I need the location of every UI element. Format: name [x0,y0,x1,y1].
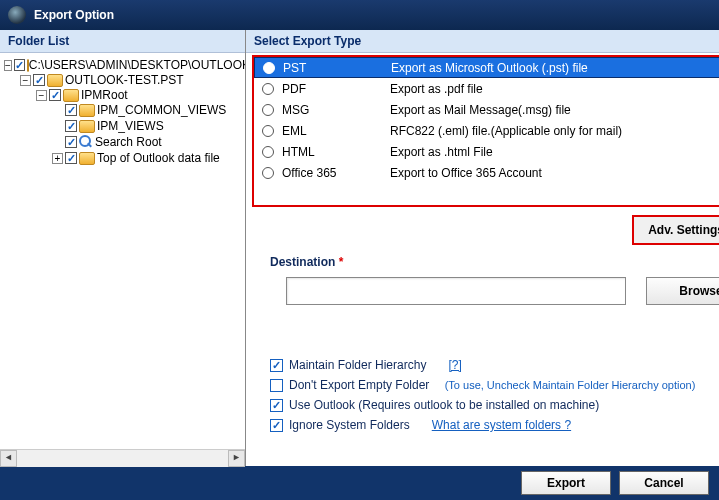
adv-settings-button[interactable]: Adv. Settings... [632,215,719,245]
format-code: MSG [282,103,382,117]
expander-icon[interactable]: − [36,90,47,101]
folder-list-header: Folder List [0,30,245,53]
radio-button[interactable] [262,167,274,179]
format-description: RFC822 (.eml) file.(Applicable only for … [390,124,622,138]
checkbox[interactable] [65,120,77,132]
format-description: Export as .pdf file [390,82,483,96]
tree-label: IPM_COMMON_VIEWS [97,103,226,117]
search-icon [79,135,93,149]
export-button[interactable]: Export [521,471,611,495]
titlebar: Export Option [0,0,719,30]
export-format-row[interactable]: PDFExport as .pdf file [254,78,719,99]
folder-icon [47,74,63,87]
format-code: PST [283,61,383,75]
folder-icon [63,89,79,102]
destination-input[interactable] [286,277,626,305]
window-title: Export Option [34,8,114,22]
tree-node-search[interactable]: Search Root [52,135,243,149]
use-outlook-label: Use Outlook (Requires outlook to be inst… [289,398,599,412]
checkbox[interactable] [33,74,45,86]
maintain-hierarchy-checkbox[interactable] [270,359,283,372]
tree-node-views[interactable]: IPM_VIEWS [52,119,243,133]
folder-list-panel: Folder List − C:\USERS\ADMIN\DESKTOP\OUT… [0,30,246,466]
radio-button[interactable] [263,62,275,74]
export-format-row[interactable]: Office 365Export to Office 365 Account [254,162,719,183]
folder-tree[interactable]: − C:\USERS\ADMIN\DESKTOP\OUTLOOK-TEST.PS… [0,53,245,449]
checkbox[interactable] [65,104,77,116]
tree-label: Top of Outlook data file [97,151,220,165]
tree-label: OUTLOOK-TEST.PST [65,73,184,87]
radio-button[interactable] [262,146,274,158]
tree-node-root[interactable]: − C:\USERS\ADMIN\DESKTOP\OUTLOOK-TEST.PS… [4,58,243,72]
dont-export-empty-checkbox[interactable] [270,379,283,392]
horizontal-scrollbar[interactable]: ◄ ► [0,449,245,466]
dont-export-hint: (To use, Uncheck Maintain Folder Hierarc… [445,379,696,391]
format-code: HTML [282,145,382,159]
tree-label: Search Root [95,135,162,149]
cancel-button[interactable]: Cancel [619,471,709,495]
app-icon [8,6,26,24]
folder-icon [79,120,95,133]
export-options: Maintain Folder Hierarchy [?] Don't Expo… [246,355,719,435]
checkbox[interactable] [65,152,77,164]
expander-icon[interactable]: − [20,75,31,86]
export-type-header: Select Export Type [246,30,719,53]
tree-node-pst[interactable]: − OUTLOOK-TEST.PST [20,73,243,87]
radio-button[interactable] [262,104,274,116]
folder-icon [79,152,95,165]
export-format-row[interactable]: PSTExport as Microsoft Outlook (.pst) fi… [254,57,719,78]
ignore-system-checkbox[interactable] [270,419,283,432]
expander-icon[interactable]: − [4,60,12,71]
tree-label: IPM_VIEWS [97,119,164,133]
export-type-panel: Select Export Type PSTExport as Microsof… [246,30,719,466]
tree-node-ipmroot[interactable]: − IPMRoot [36,88,243,102]
dont-export-empty-label: Don't Export Empty Folder [289,378,429,392]
tree-label: IPMRoot [81,88,128,102]
use-outlook-checkbox[interactable] [270,399,283,412]
format-description: Export as .html File [390,145,493,159]
tree-node-common[interactable]: IPM_COMMON_VIEWS [52,103,243,117]
expander-icon[interactable]: + [52,153,63,164]
dialog-footer: Export Cancel [0,466,719,500]
browse-button[interactable]: Browse [646,277,719,305]
checkbox[interactable] [14,59,25,71]
export-format-row[interactable]: HTMLExport as .html File [254,141,719,162]
destination-label: Destination * [246,255,719,277]
maintain-help-link[interactable]: [?] [448,358,461,372]
checkbox[interactable] [49,89,61,101]
folder-icon [79,104,95,117]
format-code: EML [282,124,382,138]
tree-label: C:\USERS\ADMIN\DESKTOP\OUTLOOK-TEST.PST [29,58,245,72]
scroll-right-icon[interactable]: ► [228,450,245,467]
format-description: Export as Mail Message(.msg) file [390,103,571,117]
format-code: Office 365 [282,166,382,180]
system-folders-link[interactable]: What are system folders ? [432,418,571,432]
format-description: Export as Microsoft Outlook (.pst) file [391,61,588,75]
radio-button[interactable] [262,83,274,95]
ignore-system-label: Ignore System Folders [289,418,410,432]
tree-node-top[interactable]: + Top of Outlook data file [52,151,243,165]
format-code: PDF [282,82,382,96]
scroll-left-icon[interactable]: ◄ [0,450,17,467]
checkbox[interactable] [65,136,77,148]
radio-button[interactable] [262,125,274,137]
export-format-row[interactable]: EMLRFC822 (.eml) file.(Applicable only f… [254,120,719,141]
export-format-list: PSTExport as Microsoft Outlook (.pst) fi… [252,55,719,207]
format-description: Export to Office 365 Account [390,166,542,180]
maintain-hierarchy-label: Maintain Folder Hierarchy [289,358,426,372]
export-format-row[interactable]: MSGExport as Mail Message(.msg) file [254,99,719,120]
